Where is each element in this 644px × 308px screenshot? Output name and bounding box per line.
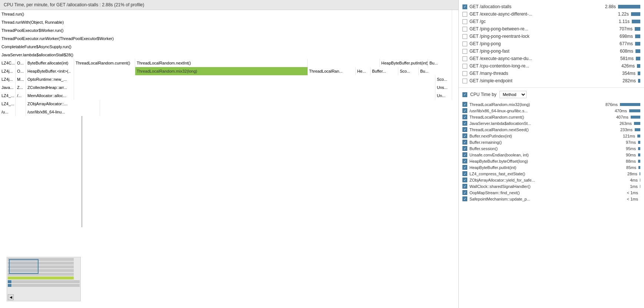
flame-graph-scrollable[interactable]: Thread.run() Thread.runWith(Object, Runn… <box>0 10 458 250</box>
endpoint-item: GET /execute-async-different-... 1.22s <box>459 10 644 18</box>
cpu-time-method-select[interactable]: Method Package Class <box>499 91 527 98</box>
endpoint-checkbox-2[interactable] <box>462 19 467 24</box>
flame-cell[interactable]: ThreadLocalRandom.nextInt() <box>135 59 308 67</box>
endpoint-item: GET /allocation-stalls 2.88s <box>459 3 644 10</box>
method-checkbox-9[interactable] <box>462 159 467 163</box>
method-checkbox-10[interactable] <box>462 165 467 170</box>
method-name-9: HeapByteBuffer.byteOffset(long) <box>469 159 615 163</box>
method-checkbox-5[interactable] <box>462 133 467 138</box>
method-checkbox-14[interactable] <box>462 190 467 195</box>
method-checkbox-13[interactable] <box>462 184 467 189</box>
flame-cell-green[interactable]: ThreadLocalRandom.mix32(long) <box>135 67 308 75</box>
method-checkbox-15[interactable] <box>462 196 467 201</box>
method-name-8: Unsafe.convEndian(boolean, int) <box>469 153 615 157</box>
flame-cell[interactable] <box>74 92 435 100</box>
method-checkbox-6[interactable] <box>462 140 467 145</box>
flame-cell[interactable]: Un... <box>435 92 452 100</box>
flame-cell[interactable]: ThreadLocalRandom.current() <box>74 59 135 67</box>
flame-cell[interactable]: Bu... <box>428 59 452 67</box>
flame-cell[interactable]: Z... <box>16 83 26 92</box>
flame-cell[interactable] <box>74 83 435 92</box>
flame-cell[interactable] <box>74 75 435 83</box>
method-checkbox-0[interactable] <box>462 102 467 107</box>
endpoint-item: GET /cpu-contention-long-re... 426ms <box>459 62 644 70</box>
minimap-viewport[interactable] <box>9 259 39 274</box>
method-row-13: WallClock::sharedSignalHandler() 1ms <box>462 183 640 189</box>
flame-row: LZ4_... ZObjArrayAllocator::... <box>0 100 458 108</box>
flame-cell[interactable]: ByteBuffer.allocate(int) <box>26 59 74 67</box>
flame-cell[interactable] <box>16 100 26 108</box>
method-checkbox-11[interactable] <box>462 171 467 176</box>
endpoint-checkbox-4[interactable] <box>462 34 467 39</box>
endpoint-checkbox-3[interactable] <box>462 27 467 32</box>
flame-cell[interactable]: O... <box>16 59 26 67</box>
flame-cell[interactable]: LZ4j... <box>0 67 16 75</box>
flame-cell[interactable]: OptoRuntime::new_... <box>26 75 74 83</box>
method-checkbox-7[interactable] <box>462 146 467 151</box>
method-checkbox-1[interactable] <box>462 108 467 113</box>
cpu-time-checkbox[interactable] <box>462 92 467 97</box>
flame-cell[interactable]: O... <box>16 67 26 75</box>
endpoint-checkbox-0[interactable] <box>462 4 467 9</box>
endpoint-checkbox-8[interactable] <box>462 64 467 69</box>
flame-cell[interactable]: MemAllocator::alloc... <box>26 92 74 100</box>
flame-cell[interactable]: /u... <box>0 108 16 116</box>
flame-cell[interactable]: HeapByteBuffer.<init>(.. <box>26 67 74 75</box>
flame-cell[interactable]: He... <box>356 67 371 75</box>
flame-cell[interactable]: CompletableFuture$AsyncSupply.run() <box>0 43 452 51</box>
flame-cell[interactable] <box>74 67 135 75</box>
flame-cell[interactable]: Sco... <box>435 75 452 83</box>
method-time-5: 121ms <box>617 134 635 138</box>
flame-cell[interactable]: Java... <box>0 83 16 92</box>
endpoint-checkbox-1[interactable] <box>462 12 467 17</box>
flame-cell-highlighted[interactable]: JavaServer.lambda$allocationStall$28() <box>0 51 452 59</box>
endpoint-checkbox-10[interactable] <box>462 79 467 83</box>
flame-cell[interactable]: /... <box>16 92 26 100</box>
endpoint-name-4: GET /ping-pong-reentrant-lock <box>469 34 612 39</box>
method-checkbox-2[interactable] <box>462 115 467 119</box>
flame-cell[interactable]: HeapByteBuffer.putInt(int) <box>380 59 428 67</box>
flame-cell[interactable]: ThreadLocalRan... <box>308 67 356 75</box>
endpoint-checkbox-9[interactable] <box>462 71 467 76</box>
method-time-10: 85ms <box>618 165 636 170</box>
method-row-0: ThreadLocalRandom.mix32(long) 876ms <box>462 101 640 107</box>
flame-cell[interactable] <box>16 108 26 116</box>
endpoint-bar-8 <box>637 64 640 68</box>
flame-cell[interactable]: LZ4j... <box>0 75 16 83</box>
flame-cell[interactable]: Thread.runWith(Object, Runnable) <box>0 18 452 26</box>
endpoint-checkbox-7[interactable] <box>462 56 467 61</box>
flame-cell[interactable]: Buffer... <box>371 67 398 75</box>
method-bar-4 <box>635 128 640 131</box>
flame-cell[interactable]: ThreadPoolExecutor$Worker.run() <box>0 26 452 34</box>
method-time-7: 95ms <box>617 146 636 151</box>
flame-cell[interactable]: Bu... <box>419 67 452 75</box>
method-checkbox-8[interactable] <box>462 152 467 157</box>
minimap-collapse-button[interactable]: ◀ <box>8 294 14 300</box>
right-panel: GET /allocation-stalls 2.88s GET /execut… <box>459 0 644 308</box>
flame-cell[interactable] <box>308 59 380 67</box>
endpoint-checkbox-6[interactable] <box>462 49 467 54</box>
endpoint-time-5: 677ms <box>614 41 633 46</box>
flame-cell[interactable]: M... <box>16 75 26 83</box>
flame-cell[interactable]: /usr/lib/x86_64-linu... <box>26 108 100 116</box>
endpoint-name-9: GET /many-threads <box>469 71 615 76</box>
flame-cell[interactable]: Uns... <box>435 83 452 92</box>
method-checkbox-3[interactable] <box>462 121 467 126</box>
method-row-5: Buffer.nextPutIndex(int) 121ms <box>462 133 640 139</box>
method-row-3: JavaServer.lambda$allocationSt... 263ms <box>462 120 640 126</box>
flame-row-highlighted: JavaServer.lambda$allocationStall$28() <box>0 51 458 59</box>
endpoint-checkbox-5[interactable] <box>462 42 467 46</box>
flame-cell[interactable]: LZ4_... <box>0 100 16 108</box>
flame-cell[interactable]: Sco... <box>398 67 419 75</box>
flame-cell[interactable]: ZCollectedHeap::arr... <box>26 83 74 92</box>
method-bar-1 <box>629 109 640 112</box>
method-checkbox-12[interactable] <box>462 178 467 182</box>
flame-cell[interactable]: ZObjArrayAllocator::... <box>26 100 100 108</box>
method-checkbox-4[interactable] <box>462 127 467 132</box>
endpoint-name-2: GET /gc <box>469 19 609 24</box>
flame-cell[interactable]: LZ4C... <box>0 59 16 67</box>
flame-cell[interactable]: Thread.run() <box>0 10 452 18</box>
flame-cell[interactable]: LZ4_... <box>0 92 16 100</box>
flame-cell[interactable]: ThreadPoolExecutor.runWorker(ThreadPoolE… <box>0 34 452 43</box>
endpoint-bar-0 <box>618 5 640 9</box>
